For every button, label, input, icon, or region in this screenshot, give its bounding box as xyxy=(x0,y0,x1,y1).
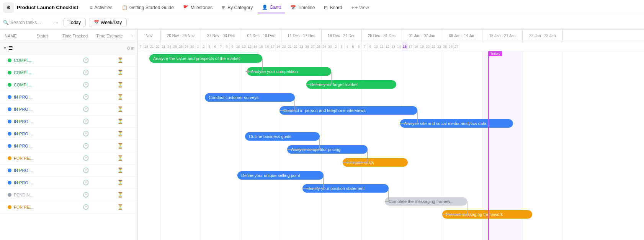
task-tracked: 🕐 xyxy=(69,180,103,185)
status-dot xyxy=(8,83,11,87)
hourglass-icon: ⏳ xyxy=(117,180,123,185)
tab-by-category[interactable]: ⊞ By Category xyxy=(218,2,257,13)
day-cell: 3 xyxy=(339,42,345,51)
clock-icon: 🕐 xyxy=(83,94,89,100)
today-button[interactable]: Today xyxy=(64,18,86,27)
day-cell: 29 xyxy=(322,42,327,51)
table-row[interactable]: IN PRO... 🕐 ⏳ xyxy=(0,128,137,140)
day-cell: 1 xyxy=(195,42,201,51)
task-name[interactable]: COMPL... xyxy=(14,70,38,75)
gantt-bar-position-statement[interactable]: Identify your position statement xyxy=(302,184,389,193)
day-header: 7 18 21 22 23 24 25 28 29 30 1 2 xyxy=(138,42,644,51)
task-tracked: 🕐 xyxy=(69,94,103,100)
table-row[interactable]: COMPL... 🕐 ⏳ xyxy=(0,79,137,91)
gantt-bar-present-messaging[interactable]: Present messaging framework xyxy=(442,210,532,219)
day-cell: 12 xyxy=(241,42,247,51)
table-row[interactable]: IN PRO... 🕐 ⏳ xyxy=(0,103,137,115)
clock-icon: 🕐 xyxy=(83,204,89,210)
activities-icon: ≡ xyxy=(90,5,92,10)
table-row[interactable]: IN PRO... 🕐 ⏳ xyxy=(0,164,137,177)
task-tracked: 🕐 xyxy=(69,70,103,75)
task-estimate: ⏳ xyxy=(103,155,137,161)
gantt-bar-complete-messaging[interactable]: Complete the messaging framew... xyxy=(385,197,467,206)
day-cell: 20 xyxy=(281,42,287,51)
table-row[interactable]: COMPL... 🕐 ⏳ xyxy=(0,54,137,66)
task-name[interactable]: IN PRO... xyxy=(14,95,38,99)
gantt-bar-customer-surveys[interactable]: Conduct customer surveys xyxy=(205,93,295,102)
tab-getting-started[interactable]: 📋 Getting Started Guide xyxy=(118,2,178,13)
tab-timeline[interactable]: 📅 Timeline xyxy=(286,2,319,13)
task-name[interactable]: IN PRO... xyxy=(14,180,38,185)
date-range-cell: 25 Dec - 31 Dec xyxy=(362,30,402,42)
task-name[interactable]: COMPL... xyxy=(14,58,38,63)
table-row[interactable]: IN PRO... 🕐 ⏳ xyxy=(0,177,137,189)
main-area: NAME Status Time Tracked Time Estimate +… xyxy=(0,30,644,240)
day-cell: 14 xyxy=(396,42,402,51)
day-cell: 11 xyxy=(379,42,385,51)
gantt-bar-analyze-value[interactable]: Analyze the value and prospects of the m… xyxy=(149,54,262,63)
tab-activities[interactable]: ≡ Activities xyxy=(86,2,116,13)
day-cell: 13 xyxy=(247,42,253,51)
table-row[interactable]: IN PRO... 🕐 ⏳ xyxy=(0,140,137,152)
day-cell: 14 xyxy=(253,42,258,51)
table-row[interactable]: PENDIN... 🕐 ⏳ xyxy=(0,189,137,201)
tab-gantt[interactable]: 👤 Gantt xyxy=(258,2,284,13)
table-row[interactable]: FOR RE... 🕐 ⏳ xyxy=(0,152,137,164)
day-cell: 17 xyxy=(408,42,414,51)
day-cell: 21 xyxy=(149,42,155,51)
day-cell: 17 xyxy=(270,42,276,51)
gantt-scroll[interactable]: Nov 20 Nov - 26 Nov 27 Nov - 03 Dec 04 D… xyxy=(138,30,644,240)
status-dot xyxy=(8,193,11,197)
gantt-bar-interviews[interactable]: Conduct in-person and telephone intervie… xyxy=(280,106,417,115)
group-chevron-icon[interactable]: ▼ xyxy=(3,46,7,50)
table-row[interactable]: IN PRO... 🕐 ⏳ xyxy=(0,115,137,128)
tab-board[interactable]: ⊟ Board xyxy=(320,2,346,13)
gantt-bar-analytics[interactable]: Analyze site and social media analytics … xyxy=(400,119,513,128)
day-cell: 22 xyxy=(155,42,161,51)
day-cell: 6 xyxy=(356,42,362,51)
col-add-button[interactable]: + xyxy=(127,34,137,38)
col-header-tracked: Time Tracked xyxy=(58,34,92,38)
status-dot xyxy=(8,156,11,160)
date-range-cell: 20 Nov - 26 Nov xyxy=(161,30,201,42)
day-cell: 15 xyxy=(258,42,264,51)
gantt-bar-competitor-pricing[interactable]: Analyze competitor pricing xyxy=(287,145,368,154)
task-name[interactable]: COMPL... xyxy=(14,83,38,87)
task-name[interactable]: IN PRO... xyxy=(14,168,38,173)
task-tracked: 🕐 xyxy=(69,106,103,112)
day-cell: 16 xyxy=(264,42,270,51)
task-name[interactable]: IN PRO... xyxy=(14,144,38,148)
search-placeholder: Search tasks... xyxy=(10,20,41,25)
gantt-bar-analyze-competition[interactable]: Analyze your competition xyxy=(247,67,331,76)
clock-icon: 🕐 xyxy=(83,155,89,161)
gantt-bar-business-goals[interactable]: Outline business goals xyxy=(245,132,320,141)
task-name[interactable]: PENDIN... xyxy=(14,193,38,197)
table-row[interactable]: IN PRO... 🕐 ⏳ xyxy=(0,91,137,103)
task-name[interactable]: FOR RE... xyxy=(14,205,38,209)
date-range-cell: 01 Jan - 07 Jan xyxy=(402,30,442,42)
task-name[interactable]: FOR RE... xyxy=(14,156,38,161)
day-cell: 5 xyxy=(207,42,212,51)
search-box[interactable]: 🔍 Search tasks... xyxy=(3,20,49,25)
gantt-bar-unique-selling[interactable]: Define your unique selling point xyxy=(237,171,324,180)
table-row[interactable]: COMPL... 🕐 ⏳ xyxy=(0,66,137,79)
task-name[interactable]: IN PRO... xyxy=(14,107,38,112)
tab-add-view[interactable]: + + View xyxy=(348,2,373,13)
clock-icon: 🕐 xyxy=(83,106,89,112)
table-row[interactable]: FOR RE... 🕐 ⏳ xyxy=(0,201,137,213)
task-name[interactable]: IN PRO... xyxy=(14,119,38,124)
gantt-bar-target-market[interactable]: Define your target market xyxy=(306,80,396,89)
more-button[interactable]: ··· xyxy=(52,19,60,26)
gantt-bar-estimate-costs[interactable]: Estimate costs xyxy=(343,158,408,167)
col-header-status: Status xyxy=(27,34,58,38)
task-tracked: 🕐 xyxy=(69,118,103,124)
day-cell: 23 xyxy=(161,42,167,51)
group-list-icon: ☰ xyxy=(8,45,13,51)
day-cell: 18 xyxy=(144,42,149,51)
tab-milestones[interactable]: 🚩 Milestones xyxy=(179,2,216,13)
weekday-button[interactable]: 📅 Week/Day xyxy=(89,18,127,27)
task-name[interactable]: IN PRO... xyxy=(14,131,38,136)
status-dot xyxy=(8,120,11,123)
app-container: ⚙ Product Launch Checklist ≡ Activities … xyxy=(0,0,644,240)
top-nav: ⚙ Product Launch Checklist ≡ Activities … xyxy=(0,0,644,15)
